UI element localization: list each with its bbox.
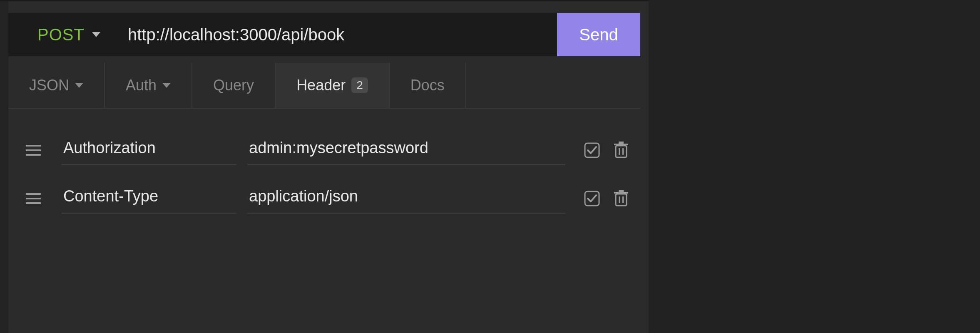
drag-handle-icon[interactable] (23, 192, 43, 205)
svg-rect-15 (619, 190, 624, 192)
request-panel: POST Send JSON Auth Query Header 2 Docs (0, 0, 649, 333)
svg-rect-17 (622, 196, 624, 203)
svg-rect-2 (26, 154, 41, 156)
delete-header-button[interactable] (609, 139, 633, 162)
svg-rect-8 (622, 148, 624, 155)
chevron-down-icon (92, 32, 100, 37)
delete-header-button[interactable] (609, 187, 633, 210)
tab-query[interactable]: Query (192, 63, 275, 108)
svg-rect-4 (616, 146, 627, 157)
tab-query-label: Query (213, 77, 254, 94)
request-tabs: JSON Auth Query Header 2 Docs (8, 63, 640, 109)
header-row (8, 126, 640, 174)
tab-body[interactable]: JSON (8, 63, 104, 108)
left-gutter (0, 1, 8, 333)
tab-auth-label: Auth (126, 77, 157, 94)
svg-rect-11 (26, 202, 41, 204)
tab-body-label: JSON (29, 77, 69, 94)
chevron-down-icon (75, 83, 83, 88)
header-name-input[interactable] (62, 135, 236, 165)
tab-docs-label: Docs (410, 77, 445, 94)
method-label: POST (37, 25, 85, 44)
svg-rect-6 (619, 142, 624, 144)
method-dropdown[interactable]: POST (8, 13, 117, 56)
svg-rect-10 (26, 198, 41, 199)
response-panel-placeholder (649, 0, 980, 333)
svg-rect-0 (26, 145, 41, 147)
headers-list (8, 126, 640, 223)
header-count-badge: 2 (351, 77, 368, 93)
tab-header[interactable]: Header 2 (275, 63, 390, 108)
header-row (8, 174, 640, 223)
header-name-input[interactable] (62, 184, 236, 214)
toggle-header-checkbox[interactable] (580, 187, 604, 210)
header-value-input[interactable] (247, 184, 565, 214)
url-bar: POST Send (8, 13, 640, 56)
tab-auth[interactable]: Auth (105, 63, 192, 108)
send-button[interactable]: Send (557, 13, 640, 56)
tab-separator (465, 63, 466, 108)
chevron-down-icon (162, 83, 171, 88)
svg-rect-14 (614, 192, 628, 194)
svg-rect-9 (26, 193, 41, 195)
tab-docs[interactable]: Docs (390, 63, 465, 108)
svg-rect-1 (26, 149, 41, 151)
url-input[interactable] (117, 13, 557, 56)
header-value-input[interactable] (247, 135, 565, 165)
svg-rect-13 (616, 194, 627, 206)
toggle-header-checkbox[interactable] (580, 139, 604, 162)
svg-rect-5 (614, 144, 628, 145)
tab-header-label: Header (296, 77, 346, 94)
svg-rect-16 (619, 196, 620, 203)
drag-handle-icon[interactable] (23, 144, 43, 157)
svg-rect-7 (619, 148, 620, 155)
